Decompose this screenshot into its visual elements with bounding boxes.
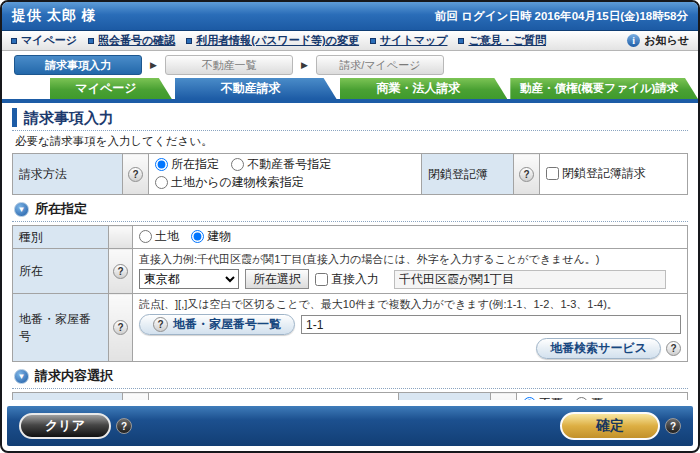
radio-input[interactable] [155, 158, 168, 171]
radio-input[interactable] [191, 230, 204, 243]
checkbox-input[interactable] [546, 167, 559, 180]
radio-joint-yo[interactable]: 要 [575, 395, 603, 400]
help-icon[interactable]: ? [665, 418, 681, 434]
nav-link-mypage-label[interactable]: マイページ [21, 33, 77, 48]
checkbox-input[interactable] [315, 273, 328, 286]
checkbox-closed-registry[interactable]: 閉鎖登記簿請求 [546, 165, 646, 182]
section-title: 所在指定 [35, 200, 87, 218]
nav-link-feedback[interactable]: ご意見・ご質問 [458, 33, 546, 48]
tab-dosan-saiken-seikyu[interactable]: 動産・債権(概要ファイル)請求 [510, 78, 698, 99]
radio-label: 土地からの建物検索指定 [171, 174, 304, 191]
confirm-button[interactable]: 確定 [560, 412, 660, 440]
radio-label: 建物 [207, 228, 231, 245]
nav-link-sitemap[interactable]: サイトマップ [370, 33, 448, 48]
section-header-shozai: ▼ 所在指定 [14, 200, 688, 218]
lot-number-hint: 読点[、][,]又は空白で区切ることで、最大10件まで複数入力ができます(例:1… [139, 297, 681, 312]
joint-collateral-options: 不要 要 要(現在事項) [517, 393, 688, 401]
section-arrow-icon: ▼ [14, 369, 29, 384]
checkbox-direct-input[interactable]: 直接入力 [315, 271, 379, 288]
type-options: 土地 建物 [133, 226, 688, 249]
location-label: 所在 [13, 249, 109, 294]
location-value-input[interactable] [394, 270, 666, 289]
radio-input[interactable] [155, 176, 168, 189]
radio-tochi-kensaku[interactable]: 土地からの建物検索指定 [155, 174, 304, 191]
step-property-list: 不動産一覧 [165, 55, 293, 75]
step-arrow-icon: ▶ [150, 60, 157, 70]
help-icon[interactable]: ? [519, 167, 534, 182]
help-icon[interactable]: ? [116, 418, 132, 434]
nav-link-feedback-label[interactable]: ご意見・ご質問 [468, 33, 546, 48]
app-window: 提供 太郎 様 前回 ログイン日時 2016年04月15日(金)18時58分 マ… [0, 0, 700, 453]
utility-nav: マイページ 照会番号の確認 利用者情報(パスワード等)の変更 サイトマップ ご意… [2, 31, 698, 51]
lot-list-button[interactable]: ?地番・家屋番号一覧 [139, 314, 295, 335]
clear-button[interactable]: クリア [19, 413, 111, 439]
info-icon: i [627, 34, 640, 47]
nav-link-sitemap-label[interactable]: サイトマップ [380, 33, 448, 48]
radio-input[interactable] [139, 230, 152, 243]
nav-link-shokai-bango-label[interactable]: 照会番号の確認 [98, 33, 175, 48]
radio-joint-fuyo[interactable]: 不要 [523, 395, 563, 400]
lot-list-button-label: 地番・家屋番号一覧 [173, 316, 281, 333]
radio-tochi[interactable]: 土地 [139, 228, 179, 245]
main-tabs: マイページ 不動産請求 商業・法人請求 動産・債権(概要ファイル)請求 [2, 78, 698, 99]
divider [12, 130, 688, 131]
kind-checkboxes: 全部事項 所有者事項 地図 土地所在図/地積測量図 地役権図面 建物図面/各階平… [149, 393, 399, 401]
request-method-options: 所在指定 不動産番号指定 土地からの建物検索指定 [149, 154, 422, 195]
content-selection-table: 請求事項の種類 (複数選択可能) ? 全部事項 所有者事項 地図 土地所在図/地… [12, 392, 688, 400]
tab-shogyo-hojin-seikyu[interactable]: 商業・法人請求 [340, 78, 508, 99]
radio-tatemono[interactable]: 建物 [191, 228, 231, 245]
help-icon[interactable]: ? [128, 167, 143, 182]
radio-fudosan-bango[interactable]: 不動産番号指定 [231, 156, 331, 173]
step-arrow-icon: ▶ [301, 60, 308, 70]
bullet-icon [458, 38, 464, 44]
page-instruction: 必要な請求事項を入力してください。 [15, 134, 688, 149]
tab-mypage[interactable]: マイページ [50, 78, 172, 99]
footer-action-bar: クリア ? 確定 ? [7, 406, 693, 446]
step-indicator: 請求事項入力 ▶ 不動産一覧 ▶ 請求/マイページ [2, 51, 698, 78]
lot-number-controls: 読点[、][,]又は空白で区切ることで、最大10件まで複数入力ができます(例:1… [133, 294, 688, 362]
bullet-icon [186, 38, 192, 44]
radio-shozai-shitei[interactable]: 所在指定 [155, 156, 219, 173]
page-title: 請求事項入力 [12, 108, 688, 127]
request-method-table: 請求方法 ? 所在指定 不動産番号指定 土地からの建物検索指定 閉鎖登記簿 ? … [12, 153, 688, 195]
kind-label: 請求事項の種類 (複数選択可能) [13, 393, 123, 401]
location-table: 種別 土地 建物 所在 ? 直接入力例:千代田区霞が関1丁目(直接入力の場合には… [12, 225, 688, 362]
lot-search-service-button[interactable]: 地番検索サービス [536, 338, 661, 359]
nav-link-user-info[interactable]: 利用者情報(パスワード等)の変更 [186, 33, 359, 48]
nav-link-user-info-label[interactable]: 利用者情報(パスワード等)の変更 [196, 33, 359, 48]
prefecture-select[interactable]: 東京都 [139, 269, 239, 289]
location-select-button[interactable]: 所在選択 [245, 269, 309, 289]
lot-number-input[interactable] [301, 315, 681, 334]
help-icon[interactable]: ? [113, 264, 128, 279]
section-header-naiyo: ▼ 請求内容選択 [14, 367, 688, 385]
checkbox-label: 閉鎖登記簿請求 [562, 165, 646, 182]
divider [12, 388, 688, 389]
section-arrow-icon: ▼ [14, 202, 29, 217]
help-icon[interactable]: ? [666, 341, 681, 356]
divider [12, 221, 688, 222]
notice-label: お知らせ [644, 33, 689, 48]
radio-label: 不要 [539, 395, 563, 400]
top-header-bar: 提供 太郎 様 前回 ログイン日時 2016年04月15日(金)18時58分 [2, 2, 698, 31]
help-icon: ? [153, 317, 168, 332]
help-icon[interactable]: ? [113, 320, 128, 335]
radio-input[interactable] [575, 397, 588, 400]
tab-fudosan-seikyu[interactable]: 不動産請求 [175, 78, 337, 99]
step-request-mypage: 請求/マイページ [316, 55, 444, 75]
notice-link[interactable]: i お知らせ [627, 33, 689, 48]
radio-label: 要 [591, 395, 603, 400]
location-hint: 直接入力例:千代田区霞が関1丁目(直接入力の場合には、外字を入力することができま… [139, 252, 681, 267]
location-controls: 直接入力例:千代田区霞が関1丁目(直接入力の場合には、外字を入力することができま… [133, 249, 688, 294]
closed-registry-label: 閉鎖登記簿 [422, 154, 514, 195]
last-login-datetime: 前回 ログイン日時 2016年04月15日(金)18時58分 [435, 9, 688, 24]
main-content: 請求事項入力 必要な請求事項を入力してください。 請求方法 ? 所在指定 不動産… [2, 103, 698, 400]
request-method-label: 請求方法 [13, 154, 123, 195]
utility-links: マイページ 照会番号の確認 利用者情報(パスワード等)の変更 サイトマップ ご意… [11, 33, 546, 48]
radio-input[interactable] [523, 397, 536, 400]
nav-link-mypage[interactable]: マイページ [11, 33, 77, 48]
radio-input[interactable] [231, 158, 244, 171]
nav-link-shokai-bango[interactable]: 照会番号の確認 [88, 33, 175, 48]
bullet-icon [88, 38, 94, 44]
section-title: 請求内容選択 [35, 367, 113, 385]
joint-collateral-label: 共同担保目録 [399, 393, 491, 401]
